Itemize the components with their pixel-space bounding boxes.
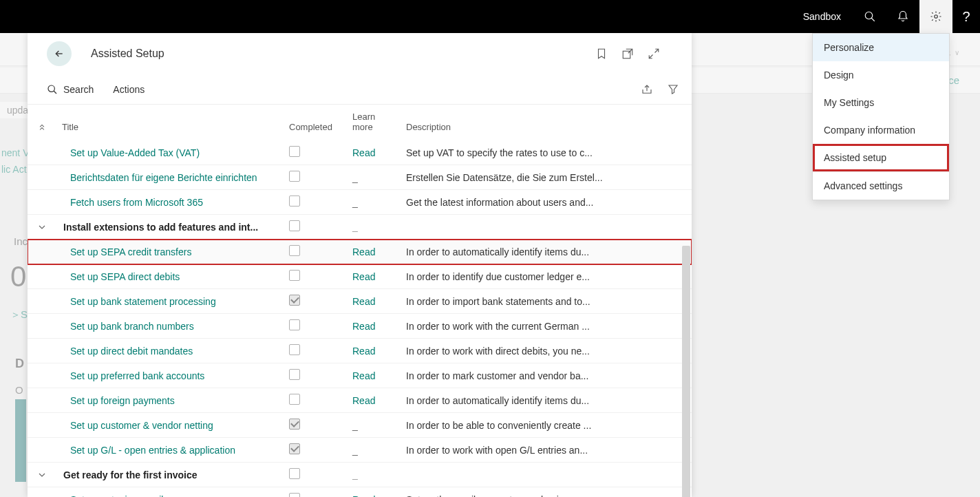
read-link[interactable]: Read (352, 296, 375, 307)
group-title: Install extensions to add features and i… (62, 222, 258, 233)
row-description: Erstellen Sie Datensätze, die Sie zum Er… (406, 172, 603, 183)
menu-item-design[interactable]: Design (813, 61, 949, 89)
completed-checkbox (289, 195, 300, 207)
read-link[interactable]: Read (352, 246, 375, 257)
filter-icon[interactable] (667, 83, 679, 96)
svg-line-6 (655, 49, 659, 52)
search-button[interactable]: Search (47, 84, 94, 95)
actions-button[interactable]: Actions (113, 84, 145, 95)
row-description: Set up VAT to specify the rates to use t… (406, 147, 593, 158)
table-row[interactable]: Set up direct debit mandatesReadIn order… (28, 339, 692, 363)
menu-item-advanced-settings[interactable]: Advanced settings (813, 172, 949, 200)
notification-icon[interactable] (886, 0, 919, 33)
chevron-down-icon[interactable] (36, 469, 47, 480)
table-row[interactable]: Set up SEPA credit transfersReadIn order… (28, 240, 692, 264)
row-title-link[interactable]: Set up outgoing email (62, 494, 163, 498)
svg-point-2 (935, 15, 938, 19)
menu-item-assisted-setup[interactable]: Assisted setup (813, 144, 949, 171)
completed-checkbox (289, 468, 300, 479)
row-title-link[interactable]: Set up customer & vendor netting (62, 420, 213, 431)
row-title-link[interactable]: Set up SEPA credit transfers (62, 246, 191, 257)
modal-toolbar: Search Actions (28, 74, 692, 105)
group-row[interactable]: Get ready for the first invoice_ (28, 463, 692, 487)
gear-icon[interactable] (919, 0, 952, 33)
read-link[interactable]: Read (352, 147, 375, 158)
table-row[interactable]: Fetch users from Microsoft 365_Get the l… (28, 190, 692, 215)
read-link[interactable]: Read (352, 321, 375, 332)
bookmark-icon[interactable] (595, 47, 608, 60)
row-title-link[interactable]: Set up G/L - open entries & application (62, 445, 235, 456)
row-title-link[interactable]: Set up foreign payments (62, 395, 175, 406)
row-title-link[interactable]: Berichtsdaten für eigene Berichte einric… (62, 172, 257, 183)
completed-checkbox (289, 369, 300, 380)
table-row[interactable]: Berichtsdaten für eigene Berichte einric… (28, 165, 692, 190)
table-row[interactable]: Set up bank branch numbersReadIn order t… (28, 314, 692, 339)
completed-checkbox (289, 270, 300, 281)
col-title-header[interactable]: Title (56, 105, 284, 140)
menu-item-my-settings[interactable]: My Settings (813, 89, 949, 116)
no-link-dash: _ (352, 222, 358, 233)
help-icon[interactable]: ? (952, 0, 980, 33)
table-row[interactable]: Set up foreign paymentsReadIn order to a… (28, 388, 692, 413)
table-row[interactable]: Set up bank statement processingReadIn o… (28, 289, 692, 314)
scrollbar-thumb[interactable] (682, 246, 690, 497)
read-link[interactable]: Read (352, 271, 375, 282)
row-description: In order to automatically identify items… (406, 395, 589, 406)
no-link-dash: _ (352, 420, 358, 431)
row-description: In order to work with open G/L entries a… (406, 445, 588, 456)
col-desc-header[interactable]: Description (401, 105, 692, 140)
col-collapse-header[interactable] (28, 105, 56, 140)
settings-menu: PersonalizeDesignMy SettingsCompany info… (812, 33, 950, 200)
row-title-link[interactable]: Set up bank branch numbers (62, 321, 194, 332)
share-icon[interactable] (641, 83, 653, 96)
completed-checkbox (289, 146, 300, 157)
top-bar: Sandbox ? (0, 0, 980, 33)
table-row[interactable]: Set up customer & vendor netting_In orde… (28, 413, 692, 438)
table-row[interactable]: Set up G/L - open entries & application_… (28, 438, 692, 463)
no-link-dash: _ (352, 469, 358, 480)
completed-checkbox (289, 220, 300, 231)
search-icon[interactable] (853, 0, 886, 33)
row-title-link[interactable]: Set up Value-Added Tax (VAT) (62, 147, 200, 158)
environment-label: Sandbox (803, 11, 841, 22)
svg-line-7 (649, 55, 652, 59)
read-link[interactable]: Read (352, 494, 375, 498)
table-row[interactable]: Set up Value-Added Tax (VAT)ReadSet up V… (28, 140, 692, 165)
completed-checkbox (289, 295, 300, 306)
svg-point-8 (48, 85, 54, 92)
read-link[interactable]: Read (352, 370, 375, 381)
chevron-down-icon[interactable] (36, 222, 47, 233)
row-title-link[interactable]: Fetch users from Microsoft 365 (62, 197, 203, 208)
row-description: In order to identify due customer ledger… (406, 271, 590, 282)
row-title-link[interactable]: Set up bank statement processing (62, 296, 216, 307)
completed-checkbox (289, 171, 300, 182)
table-row[interactable]: Set up SEPA direct debitsReadIn order to… (28, 264, 692, 289)
modal-header: Assisted Setup (28, 33, 692, 74)
table-wrapper: Title Completed Learn more Description S… (28, 105, 692, 497)
completed-checkbox (289, 245, 300, 256)
row-description: Set up the email accounts your business … (406, 494, 596, 498)
completed-checkbox (289, 394, 300, 405)
completed-checkbox (289, 443, 300, 454)
menu-item-personalize[interactable]: Personalize (813, 34, 949, 61)
col-completed-header[interactable]: Completed (284, 105, 347, 140)
row-title-link[interactable]: Set up SEPA direct debits (62, 271, 180, 282)
table-row[interactable]: Set up outgoing emailReadSet up the emai… (28, 487, 692, 498)
row-title-link[interactable]: Set up preferred bank accounts (62, 370, 204, 381)
read-link[interactable]: Read (352, 395, 375, 406)
expand-icon[interactable] (648, 47, 660, 60)
back-button[interactable] (47, 41, 72, 66)
col-learn-header[interactable]: Learn more (347, 105, 401, 140)
table-row[interactable]: Set up preferred bank accountsReadIn ord… (28, 363, 692, 388)
svg-line-9 (54, 91, 56, 94)
group-row[interactable]: Install extensions to add features and i… (28, 215, 692, 240)
row-title-link[interactable]: Set up direct debit mandates (62, 346, 193, 357)
menu-item-company-info[interactable]: Company information (813, 116, 949, 144)
read-link[interactable]: Read (352, 346, 375, 357)
popout-icon[interactable] (621, 47, 634, 60)
svg-line-1 (871, 18, 875, 21)
row-description: In order to mark customer and vendor ba.… (406, 370, 588, 381)
completed-checkbox (289, 344, 300, 355)
row-description: Get the latest information about users a… (406, 197, 593, 208)
no-link-dash: _ (352, 197, 358, 208)
